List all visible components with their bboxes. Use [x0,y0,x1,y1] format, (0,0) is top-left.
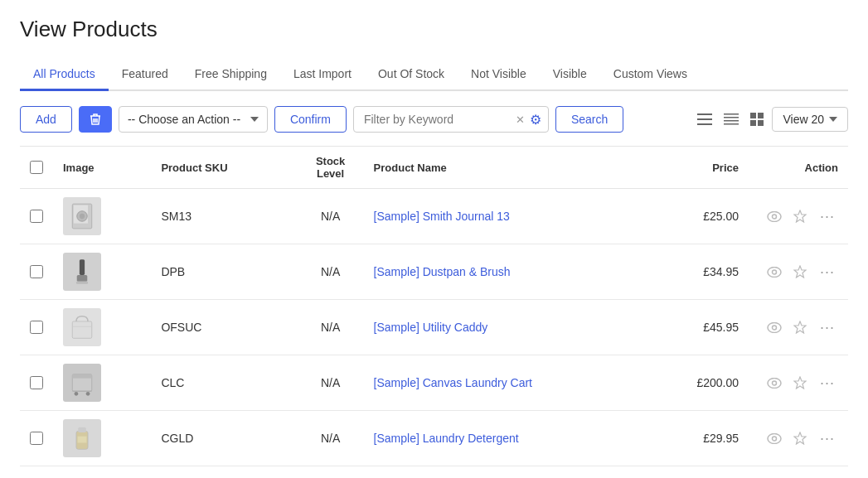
visibility-toggle-button[interactable] [765,210,783,224]
svg-point-37 [768,378,781,388]
table-row: CGLD N/A [Sample] Laundry Detergent £29.… [20,411,848,466]
svg-rect-21 [80,259,85,275]
search-button[interactable]: Search [555,106,623,133]
row-stock: N/A [298,189,364,244]
row-action-cell: ··· [749,300,848,355]
col-image: Image [53,147,151,189]
svg-marker-26 [794,266,806,278]
product-name-link[interactable]: [Sample] Utility Caddy [374,321,488,334]
row-checkbox[interactable] [30,210,43,223]
tab-visible[interactable]: Visible [540,59,600,91]
table-row: SM13 N/A [Sample] Smith Journal 13 £25.0… [20,189,848,244]
visibility-toggle-button[interactable] [765,321,783,335]
row-checkbox[interactable] [30,265,43,278]
eye-icon [767,433,782,444]
tab-not-visible[interactable]: Not Visible [458,59,540,91]
tab-featured[interactable]: Featured [109,59,182,91]
svg-rect-3 [697,113,712,115]
tab-last-import[interactable]: Last Import [280,59,365,91]
row-image-cell [53,411,151,466]
col-sku: Product SKU [151,147,297,189]
grid-view-button[interactable] [747,109,767,129]
tab-free-shipping[interactable]: Free Shipping [182,59,280,91]
product-image [63,419,101,457]
svg-point-18 [768,211,781,221]
row-price: £25.00 [666,189,749,244]
chevron-down-icon [829,117,837,122]
col-stock: Stock Level [298,147,364,189]
product-name-link[interactable]: [Sample] Smith Journal 13 [374,210,510,223]
row-price: £45.95 [666,300,749,355]
filter-clear-icon[interactable]: ✕ [516,113,525,126]
favorite-button[interactable] [792,430,808,447]
filter-input[interactable] [361,107,512,132]
svg-rect-12 [750,120,756,126]
star-icon [793,210,807,223]
row-price: £200.00 [666,355,749,411]
svg-point-19 [772,215,776,219]
compact-view-button[interactable] [720,110,742,128]
page-title: View Products [20,17,848,42]
row-checkbox[interactable] [30,432,43,445]
svg-point-35 [86,392,90,396]
select-all-checkbox[interactable] [30,161,43,174]
row-sku: OFSUC [151,300,297,355]
tab-out-of-stock[interactable]: Out Of Stock [365,59,458,91]
product-name-link[interactable]: [Sample] Laundry Detergent [374,432,519,445]
tab-all[interactable]: All Products [20,59,109,91]
row-stock: N/A [298,355,364,411]
visibility-toggle-button[interactable] [765,432,783,446]
row-price: £29.95 [666,411,749,466]
product-name-link[interactable]: [Sample] Canvas Laundry Cart [374,376,532,389]
svg-rect-33 [72,374,91,379]
star-icon [793,265,807,278]
row-more-actions-button[interactable]: ··· [817,374,838,392]
row-price: £34.95 [666,244,749,300]
row-image-cell [53,244,151,300]
row-action-cell: ··· [749,244,848,300]
svg-rect-5 [697,123,712,125]
row-more-actions-button[interactable]: ··· [817,429,838,447]
eye-icon [767,378,782,389]
row-checkbox[interactable] [30,376,43,389]
favorite-button[interactable] [792,374,808,391]
product-name-link[interactable]: [Sample] Dustpan & Brush [374,265,511,278]
star-icon [793,376,807,389]
action-select[interactable]: -- Choose an Action -- [119,106,268,133]
view-controls: View 20 [694,107,848,132]
delete-button[interactable] [79,106,112,133]
row-sku: CLC [151,355,297,411]
row-action-cell: ··· [749,355,848,411]
visibility-toggle-button[interactable] [765,265,783,279]
table-row: DPB N/A [Sample] Dustpan & Brush £34.95 [20,244,848,300]
list-view-button[interactable] [694,110,715,128]
svg-marker-31 [794,321,806,333]
row-checkbox[interactable] [30,321,43,334]
visibility-toggle-button[interactable] [765,376,783,390]
favorite-button[interactable] [792,263,808,280]
row-image-cell [53,189,151,244]
svg-point-17 [80,214,85,219]
svg-point-38 [772,381,776,385]
svg-rect-23 [76,282,88,284]
tab-custom-views[interactable]: Custom Views [600,59,701,91]
row-more-actions-button[interactable]: ··· [817,263,838,281]
row-more-actions-button[interactable]: ··· [817,318,838,336]
svg-rect-27 [72,321,91,338]
row-name: [Sample] Canvas Laundry Cart [364,355,666,411]
col-name: Product Name [364,147,666,189]
favorite-button[interactable] [792,319,808,336]
row-name: [Sample] Dustpan & Brush [364,244,666,300]
table-row: CLC N/A [Sample] Canvas Laundry Cart £20… [20,355,848,411]
row-more-actions-button[interactable]: ··· [817,207,838,225]
confirm-button[interactable]: Confirm [274,106,347,133]
view-count-button[interactable]: View 20 [772,107,848,132]
row-stock: N/A [298,300,364,355]
favorite-button[interactable] [792,208,808,225]
filter-options-icon[interactable]: ⚙ [530,112,541,128]
row-name: [Sample] Laundry Detergent [364,411,666,466]
product-image [63,364,101,402]
add-button[interactable]: Add [20,106,72,133]
svg-point-43 [768,433,781,443]
col-action: Action [749,147,848,189]
